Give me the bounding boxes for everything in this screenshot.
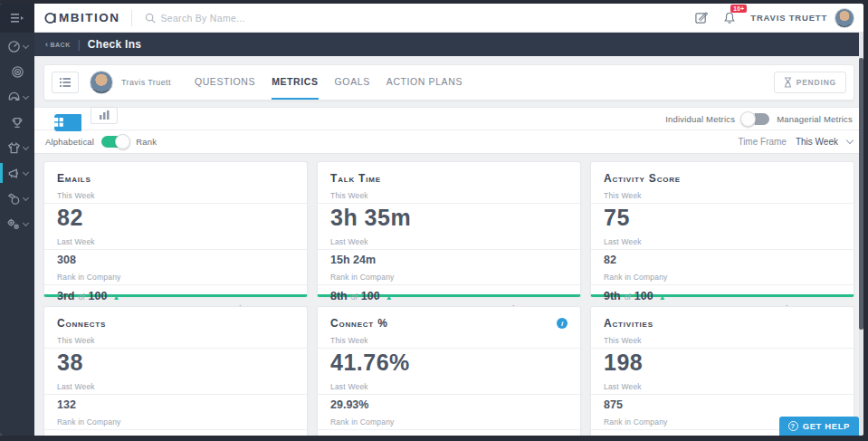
search-input[interactable] [161, 13, 360, 24]
main-area: MBITION [34, 4, 863, 436]
scrollbar-track[interactable] [859, 33, 863, 436]
rank-label: Rank in Company [44, 273, 307, 285]
grid-icon [54, 118, 63, 127]
time-frame-dropdown[interactable]: Time Frame This Week [738, 137, 853, 147]
sidebar-collapse-button[interactable] [0, 4, 34, 33]
rank-total: 100 [361, 290, 380, 302]
tab-goals[interactable]: GOALS [335, 65, 370, 100]
checkin-tabs: QUESTIONS METRICS GOALS ACTION PLANS [195, 65, 463, 100]
sidebar-item-users[interactable] [0, 136, 34, 159]
logo-text: MBITION [59, 11, 120, 24]
rank-value: 3rd [57, 290, 74, 302]
card-title: Activities [604, 317, 653, 330]
hourglass-icon [784, 77, 792, 88]
info-icon[interactable]: i [557, 318, 568, 329]
sidebar-item-coaching[interactable] [0, 161, 34, 185]
card-title: Activity Score [604, 172, 681, 185]
toolbar-user-name: Travis Truett [121, 78, 171, 87]
sidebar-item-teams[interactable] [0, 85, 34, 109]
rank-row: 15th of 100 ▲ [330, 435, 568, 436]
rank-total: 100 [89, 290, 108, 302]
last-week-label: Last Week [591, 237, 854, 250]
time-frame-label: Time Frame [738, 137, 787, 147]
rank-label: Rank in Company [591, 273, 854, 285]
metric-card-emails: Emails This Week 82 Last Week 308 Rank i… [43, 161, 308, 297]
rank-value: 15th [330, 435, 354, 436]
sidebar-item-goals[interactable] [0, 60, 34, 83]
last-week-value: 875 [604, 398, 841, 411]
tab-questions[interactable]: QUESTIONS [195, 65, 255, 100]
back-arrow-icon: ‹ [45, 41, 49, 49]
subheader-separator: | [78, 38, 81, 51]
user-list-button[interactable] [52, 72, 79, 93]
sort-toggle[interactable] [101, 136, 129, 148]
user-menu[interactable]: Travis Truett [750, 8, 854, 28]
sidebar-item-competitions[interactable] [0, 110, 34, 134]
pending-label: PENDING [796, 78, 836, 87]
managerial-metrics-label[interactable]: Managerial Metrics [777, 114, 853, 124]
this-week-value: 82 [57, 206, 294, 231]
rank-up-icon: ▲ [386, 293, 393, 302]
helmet-icon [7, 91, 21, 104]
grid-view-button[interactable] [54, 114, 81, 131]
get-help-label: GET HELP [803, 421, 850, 431]
this-week-value: 38 [57, 350, 294, 376]
toolbar-avatar [90, 71, 113, 94]
view-toggle [45, 107, 118, 131]
last-week-value: 308 [57, 254, 294, 266]
compose-button[interactable] [694, 11, 709, 24]
rank-label: Rank in Company [318, 273, 580, 285]
individual-metrics-label[interactable]: Individual Metrics [665, 114, 735, 124]
metric-card-talk-time: Talk Time This Week 3h 35m Last Week 15h… [317, 161, 581, 297]
rank-up-icon: ▲ [112, 293, 119, 302]
pending-button[interactable]: PENDING [774, 72, 846, 93]
notifications-button[interactable]: 10+ [723, 11, 736, 24]
trophy-icon [11, 116, 24, 129]
rank-label[interactable]: Rank [136, 137, 157, 147]
rank-value: 12th [57, 435, 81, 436]
top-header: MBITION [34, 4, 863, 33]
tab-metrics[interactable]: METRICS [272, 65, 318, 100]
rank-row: 3rd of 100 ▲ [57, 290, 294, 302]
hamburger-icon [10, 13, 24, 24]
toggle-knob [115, 134, 130, 149]
sidebar-item-settings[interactable] [0, 212, 34, 235]
rank-total: 100 [94, 435, 113, 436]
rank-row: 9th of 100 ▲ [604, 290, 841, 302]
header-divider [131, 10, 132, 26]
alphabetical-label[interactable]: Alphabetical [45, 137, 94, 147]
megaphone-icon [7, 167, 21, 180]
tab-action-plans[interactable]: ACTION PLANS [386, 65, 463, 100]
checkin-toolbar: Travis Truett QUESTIONS METRICS GOALS AC… [43, 64, 854, 101]
metric-card-connect-pct: Connect % i This Week 41.76% Last Week 2… [317, 306, 581, 436]
chart-view-button[interactable] [91, 107, 118, 124]
ambition-logo[interactable]: MBITION [43, 11, 120, 25]
app-root: MBITION [0, 4, 863, 436]
controls-row-1: Individual Metrics Managerial Metrics [34, 108, 863, 130]
scrollbar-thumb[interactable] [859, 58, 863, 330]
chevron-down-icon [22, 168, 28, 175]
this-week-value: 198 [604, 350, 841, 376]
back-link[interactable]: ‹BACK [45, 41, 71, 49]
metrics-scope-toggle[interactable] [742, 113, 769, 125]
chevron-down-icon [22, 143, 28, 149]
chevron-down-icon [23, 219, 29, 225]
header-user-name: Travis Truett [750, 13, 827, 23]
search-icon [145, 13, 156, 24]
rank-label: Rank in Company [44, 417, 307, 430]
metric-cards-grid: Emails This Week 82 Last Week 308 Rank i… [43, 161, 854, 436]
rank-row: 12th of 100 ▲ [57, 435, 294, 436]
sidebar-item-scorecard[interactable] [0, 34, 34, 58]
get-help-button[interactable]: ? GET HELP [779, 417, 859, 436]
subheader: ‹BACK | Check Ins [34, 33, 863, 56]
sidebar-item-whistle[interactable] [0, 187, 34, 210]
chevron-down-icon [22, 42, 28, 48]
page-title: Check Ins [88, 38, 141, 51]
time-frame-value: This Week [796, 137, 838, 147]
notification-badge: 10+ [730, 5, 747, 13]
rank-value: 23rd [604, 435, 627, 436]
bar-chart-icon [100, 110, 110, 120]
this-week-value: 75 [604, 206, 841, 231]
chevron-down-icon [846, 137, 854, 144]
rank-total: 100 [634, 290, 653, 302]
